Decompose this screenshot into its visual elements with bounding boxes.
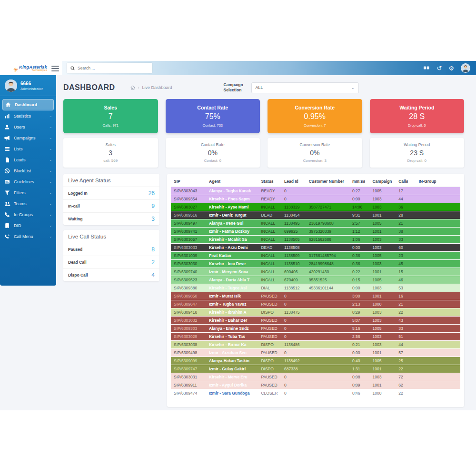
table-row[interactable]: SIP/6309303 Alanya - Emine Sndz PAUSED 0…	[171, 325, 460, 333]
table-row[interactable]: SIP/6303030 Kirsehir - Inci Deve INCALL …	[171, 260, 460, 268]
table-row[interactable]: SIP/6309747 Izmir - Gulay Cakirl DISPO 6…	[171, 365, 460, 373]
sidebar-item-statistics[interactable]: Statistics ⌄	[0, 110, 56, 121]
cell-calls: 43	[397, 317, 417, 325]
cell-agent[interactable]: Izmir - Sara Gundoga	[207, 389, 259, 397]
cell-agent[interactable]: Izmir - Arzuhan Sen	[207, 349, 259, 357]
table-row[interactable]: SIP/6309354 Kirsehir - Enes Sapm READY 0…	[171, 195, 460, 203]
cell-lead-id: 687338	[282, 365, 307, 373]
sidebar-item-call-menu[interactable]: Call Menu ⌄	[0, 231, 56, 242]
sidebar-item-filters[interactable]: Filters ⌄	[0, 187, 56, 198]
table-row[interactable]: SIP/6309516 Izmir - Deniz Turgut DEAD 11…	[171, 211, 460, 219]
cell-agent[interactable]: Kirsehir - Birnur Ka	[207, 341, 259, 349]
home-icon[interactable]	[130, 85, 135, 90]
cell-agent[interactable]: Kirsehir - Merve Eru	[207, 373, 259, 381]
cell-agent[interactable]: Firat Kadan	[207, 252, 259, 260]
cell-campaign: 1001	[370, 268, 397, 276]
cell-lead-id: 0	[282, 349, 307, 357]
filter-icon	[4, 190, 10, 196]
cell-agent[interactable]: Kirsehir - Ibrahim A	[207, 308, 259, 317]
cell-agent[interactable]: Kirsehir - Inci Deve	[207, 260, 259, 268]
sidebar-item-guidelines[interactable]: Guidelines ⌄	[0, 176, 56, 187]
sidebar-item-campaigns[interactable]: Campaigns ⌄	[0, 132, 56, 143]
cell-agent[interactable]: Izmir - Gulay Cakirl	[207, 365, 259, 373]
cell-calls: 57	[397, 349, 417, 357]
cell-agent[interactable]: Izmir - Meryem Snca	[207, 268, 259, 276]
cell-agent[interactable]: Alanya-Hakan Taskin	[207, 357, 259, 365]
table-row[interactable]: SIP/6303043 Alanya - Tugba Kanak READY 0…	[171, 187, 460, 195]
cell-agent[interactable]: Kirsehir - Enes Sapm	[207, 195, 259, 203]
table-row[interactable]: SIP/6303057 Kirsehir - Mcahit Sa INCALL …	[171, 236, 460, 244]
apps-icon[interactable]	[423, 65, 430, 71]
cell-sip: SIP/6303031	[171, 373, 207, 381]
table-row[interactable]: SIP/6303031 Kirsehir - Merve Eru PAUSED …	[171, 373, 460, 381]
cell-in-group	[417, 187, 460, 195]
sidebar-item-dashboard[interactable]: Dashboard ⌄	[2, 99, 54, 110]
cell-agent[interactable]: Kirsehir - Tuba Tas	[207, 333, 259, 341]
sidebar-user-card[interactable]: 6666 Administrator	[0, 75, 56, 96]
menu-toggle-icon[interactable]	[51, 64, 59, 73]
table-row[interactable]: SIP/6309647 Izmir - Tugba Yavuz PAUSED 0…	[171, 300, 460, 308]
cell-agent[interactable]: Kirsehir - Tugce Asl	[207, 284, 259, 292]
stat-card-title: Waiting Period	[370, 105, 465, 110]
table-row[interactable]: SIP/6309498 Izmir - Arzuhan Sen PAUSED 0…	[171, 349, 460, 357]
table-row[interactable]: SIP/6303038 Kirsehir - Birnur Ka DISPO 1…	[171, 341, 460, 349]
sidebar-item-did[interactable]: DID ⌄	[0, 220, 56, 231]
sidebar-item-lists[interactable]: Lists ⌄	[0, 143, 56, 154]
sidebar-item-teams[interactable]: Teams ⌄	[0, 198, 56, 209]
table-row[interactable]: SIP/6301009 Firat Kadan INCALL 1138509 0…	[171, 252, 460, 260]
table-row[interactable]: SIP/6303029 Kirsehir - Tuba Tas PAUSED 0…	[171, 333, 460, 341]
cell-agent[interactable]: Izmir - Fatma Bozkoy	[207, 228, 259, 236]
cell-agent[interactable]: Alanya - Emine Sndz	[207, 325, 259, 333]
cell-sip: SIP/6303032	[171, 317, 207, 325]
cell-status: INCALL	[259, 268, 282, 276]
sidebar-item-in-groups[interactable]: In-Groups ⌄	[0, 209, 56, 220]
stat-card-subtext: Drop call: 0	[370, 123, 465, 128]
sidebar-item-leads[interactable]: Leads ⌄	[0, 154, 56, 165]
stat-card-subtext: Conversion: 7	[268, 123, 362, 128]
cell-lead-id: 0	[282, 373, 307, 381]
table-row[interactable]: SIP/6309099 Alanya-Hakan Taskin DISPO 11…	[171, 357, 460, 365]
cell-agent[interactable]: Kirsehir - Bahar Der	[207, 317, 259, 325]
table-row[interactable]: SIP/6303033 Kirsehir - Arzu Demi DEAD 11…	[171, 244, 460, 252]
cell-agent[interactable]: Izmir - Murat Isik	[207, 292, 259, 300]
table-row[interactable]: SIP/6309380 Kirsehir - Tugce Asl DIAL 11…	[171, 284, 460, 292]
settings-icon[interactable]: ⚙	[448, 65, 454, 71]
search-box[interactable]	[67, 63, 152, 73]
search-input[interactable]	[78, 66, 149, 70]
table-row[interactable]: SIP/6303032 Kirsehir - Bahar Der PAUSED …	[171, 317, 460, 325]
top-navbar: ✳ KingAsterisk Technologies ↺ ⚙	[0, 61, 476, 75]
table-row[interactable]: SIP/6309418 Kirsehir - Ibrahim A DISPO 1…	[171, 308, 460, 317]
cell-agent[interactable]: Alanya - Irene Gul	[207, 219, 259, 228]
cell-agent[interactable]: Izmir - Tugba Yavuz	[207, 300, 259, 308]
table-row[interactable]: SIP/6309474 Izmir - Sara Gundoga CLOSER …	[171, 389, 460, 397]
cell-lead-id: 0	[282, 333, 307, 341]
cell-agent[interactable]: Alanya - Duria Abla T	[207, 276, 259, 284]
table-row[interactable]: SIP/6309740 Izmir - Meryem Snca INCALL 6…	[171, 268, 460, 276]
table-row[interactable]: SIP/6309497 Alanya - Irene Gul INCALL 11…	[171, 219, 460, 228]
cell-agent[interactable]: Alanya - Tugba Kanak	[207, 187, 259, 195]
cell-agent[interactable]: Kirsehir - Arzu Demi	[207, 244, 259, 252]
table-row[interactable]: SIP/6309911 Izmir - Aygul Dorlka PAUSED …	[171, 381, 460, 389]
sidebar-item-blacklist[interactable]: BlackList ⌄	[0, 165, 56, 176]
table-row[interactable]: SIP/6303027 Kirsehir - Ayse Mami INCALL …	[171, 203, 460, 211]
campaign-select[interactable]: ALL ⌄	[251, 82, 359, 93]
cell-agent[interactable]: Izmir - Aygul Dorlka	[207, 381, 259, 389]
table-row[interactable]: SIP/6309741 Izmir - Fatma Bozkoy INCALL …	[171, 228, 460, 236]
user-avatar[interactable]	[461, 63, 470, 73]
sidebar-item-users[interactable]: Users ⌄	[0, 121, 56, 132]
cell-calls: 22	[397, 308, 417, 317]
cell-calls: 15	[397, 268, 417, 276]
summary-card-subtext: Drop call: 0	[370, 159, 465, 163]
cell-agent[interactable]: Kirsehir - Mcahit Sa	[207, 236, 259, 244]
table-row[interactable]: SIP/6309523 Alanya - Duria Abla T INCALL…	[171, 276, 460, 284]
cell-calls: 44	[397, 341, 417, 349]
table-row[interactable]: SIP/6309850 Izmir - Murat Isik PAUSED 0 …	[171, 292, 460, 300]
history-icon[interactable]: ↺	[436, 65, 442, 71]
cell-agent[interactable]: Kirsehir - Ayse Mami	[207, 203, 259, 211]
cell-lead-id: 670409	[282, 276, 307, 284]
summary-card: Waiting Period 23 S Drop call: 0	[370, 138, 465, 168]
list-icon	[4, 146, 10, 152]
chevron-down-icon: ⌄	[49, 147, 52, 151]
live-calls-table: SIPAgentStatusLead IdCustomer Numbermm:s…	[171, 177, 460, 397]
cell-agent[interactable]: Izmir - Deniz Turgut	[207, 211, 259, 219]
